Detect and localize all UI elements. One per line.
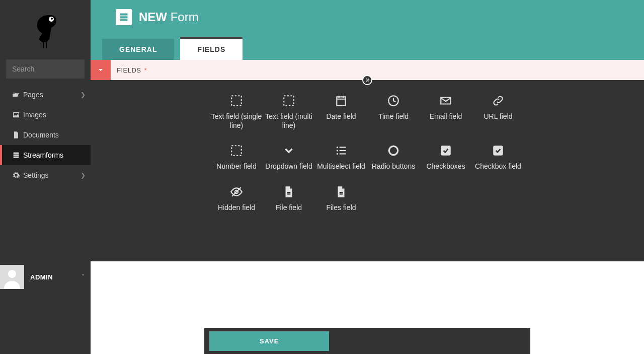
svg-rect-21 <box>287 192 291 193</box>
field-type-email[interactable]: Email field <box>420 94 472 130</box>
svg-point-17 <box>389 146 397 155</box>
nav-label: Images <box>23 111 86 119</box>
close-icon: ✕ <box>365 77 370 84</box>
field-type-checkboxes[interactable]: Checkboxes <box>420 144 472 171</box>
chevron-down-icon <box>282 144 295 157</box>
field-type-label: Time field <box>378 112 409 121</box>
field-type-label: Files field <box>326 203 356 213</box>
chevron-up-icon: ˄ <box>82 273 85 280</box>
field-type-grid: Text field (single line) Text field (mul… <box>101 94 634 212</box>
field-type-files[interactable]: Files field <box>315 185 367 213</box>
file-icon <box>335 185 348 198</box>
field-type-date[interactable]: Date field <box>315 94 367 130</box>
tab-bar: GENERAL FIELDS <box>102 39 243 60</box>
section-toggle[interactable] <box>91 60 111 80</box>
field-type-label: Multiselect field <box>317 162 365 171</box>
image-icon <box>12 111 23 119</box>
eye-slash-icon <box>230 185 243 198</box>
nav-list: Pages ❯ Images Documents Streamforms Set… <box>0 85 91 185</box>
sidebar-item-settings[interactable]: Settings ❯ <box>0 165 91 185</box>
check-square-icon <box>492 144 505 157</box>
page-title-thin: Form <box>171 10 199 24</box>
field-type-panel: ✕ Text field (single line) Text field (m… <box>91 80 644 261</box>
nav-label: Documents <box>23 131 86 139</box>
field-type-label: Email field <box>430 112 462 121</box>
clock-icon <box>387 94 400 107</box>
field-type-checkbox[interactable]: Checkbox field <box>472 144 524 171</box>
field-type-label: Radio buttons <box>372 162 415 171</box>
user-menu[interactable]: ADMIN ˄ <box>0 264 91 290</box>
form-icon <box>116 9 132 25</box>
svg-point-1 <box>51 18 53 20</box>
svg-rect-7 <box>231 96 242 106</box>
chevron-right-icon: ❯ <box>80 91 86 98</box>
logo[interactable] <box>0 0 91 55</box>
field-type-radio[interactable]: Radio buttons <box>367 144 420 171</box>
svg-point-15 <box>337 153 338 155</box>
check-square-icon <box>439 144 452 157</box>
field-type-hidden[interactable]: Hidden field <box>210 185 263 213</box>
page-title: NEW Form <box>139 10 199 24</box>
chevron-right-icon: ❯ <box>80 172 86 179</box>
placeholder-icon <box>230 144 243 157</box>
svg-rect-10 <box>231 146 242 156</box>
svg-point-3 <box>8 270 16 278</box>
sidebar-item-images[interactable]: Images <box>0 105 91 125</box>
envelope-icon <box>439 94 452 107</box>
field-type-text-multi[interactable]: Text field (multi line) <box>263 94 315 130</box>
field-type-label: Date field <box>326 112 356 121</box>
field-type-label: Text field (single line) <box>210 112 263 130</box>
field-type-multiselect[interactable]: Multiselect field <box>315 144 367 171</box>
user-name: ADMIN <box>24 273 82 281</box>
nav-label: Settings <box>23 171 80 179</box>
calendar-icon <box>335 94 348 107</box>
sidebar-item-pages[interactable]: Pages ❯ <box>0 85 91 105</box>
page-title-bold: NEW <box>139 10 167 24</box>
field-type-file[interactable]: File field <box>263 185 315 213</box>
form-icon <box>12 151 23 159</box>
field-type-number[interactable]: Number field <box>210 144 263 171</box>
main-content: NEW Form GENERAL FIELDS FIELDS * ✕ Text … <box>91 0 644 354</box>
svg-point-13 <box>337 150 338 151</box>
sidebar-item-streamforms[interactable]: Streamforms <box>0 145 91 165</box>
field-type-label: Checkboxes <box>426 162 465 171</box>
tab-general[interactable]: GENERAL <box>102 39 174 60</box>
file-icon <box>282 185 295 198</box>
radio-icon <box>387 144 400 157</box>
tab-fields[interactable]: FIELDS <box>180 39 243 60</box>
field-type-dropdown[interactable]: Dropdown field <box>263 144 315 171</box>
document-icon <box>12 131 23 139</box>
field-type-label: Dropdown field <box>265 162 312 171</box>
save-button[interactable]: SAVE <box>209 331 329 351</box>
svg-rect-16 <box>340 153 346 154</box>
sidebar: Pages ❯ Images Documents Streamforms Set… <box>0 0 91 354</box>
svg-rect-24 <box>340 193 343 194</box>
search-input[interactable] <box>12 65 100 73</box>
gear-icon <box>12 171 23 179</box>
svg-rect-23 <box>340 192 343 193</box>
field-type-text-single[interactable]: Text field (single line) <box>210 94 263 130</box>
folder-open-icon <box>12 91 23 99</box>
search-box <box>6 59 85 79</box>
field-type-label: Text field (multi line) <box>263 112 315 130</box>
svg-rect-4 <box>120 14 128 16</box>
field-type-url[interactable]: URL field <box>472 94 524 130</box>
required-asterisk: * <box>144 66 147 74</box>
chevron-down-icon <box>97 66 105 74</box>
field-type-time[interactable]: Time field <box>367 94 420 130</box>
nav-label: Pages <box>23 91 80 99</box>
field-type-label: Hidden field <box>218 203 255 213</box>
svg-rect-5 <box>120 16 128 18</box>
placeholder-icon <box>282 94 295 107</box>
svg-rect-22 <box>287 193 291 194</box>
svg-rect-14 <box>340 150 346 151</box>
bird-logo-icon <box>31 11 59 49</box>
sidebar-item-documents[interactable]: Documents <box>0 125 91 145</box>
svg-rect-12 <box>340 147 346 148</box>
placeholder-icon <box>230 94 243 107</box>
svg-rect-8 <box>284 96 294 106</box>
nav-label: Streamforms <box>23 151 86 159</box>
close-button[interactable]: ✕ <box>362 75 372 85</box>
field-type-label: File field <box>276 203 302 213</box>
avatar <box>0 265 24 289</box>
